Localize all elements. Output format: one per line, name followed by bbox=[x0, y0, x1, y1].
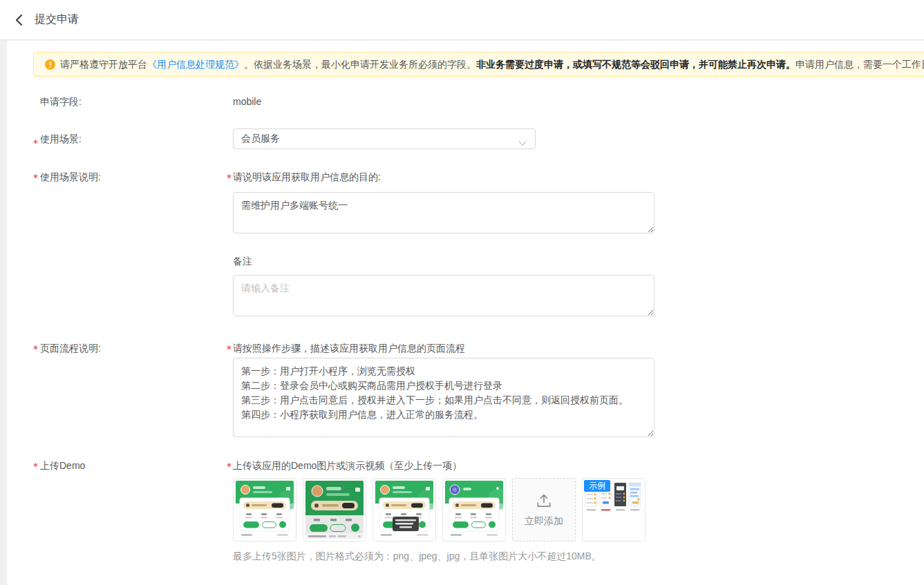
mini-program-screenshot bbox=[445, 481, 503, 539]
upload-demo-label: *上传Demo bbox=[33, 459, 233, 564]
mini-program-screenshot bbox=[375, 481, 433, 539]
warning-icon bbox=[45, 59, 55, 70]
warning-banner: 请严格遵守开放平台《用户信息处理规范》。依据业务场景，最小化申请开发业务所必须的… bbox=[33, 52, 924, 77]
row-upload-demo: *上传Demo *上传该应用的Demo图片或演示视频（至少上传一项） bbox=[33, 459, 924, 564]
demo-thumbnail-3[interactable] bbox=[373, 478, 436, 541]
mini-program-screenshot bbox=[305, 481, 364, 539]
flow-steps-label: *请按照操作步骤，描述该应用获取用户信息的页面流程 bbox=[233, 341, 654, 356]
demo-thumbnail-2[interactable] bbox=[303, 478, 366, 541]
remark-label: 备注 bbox=[233, 254, 654, 269]
chevron-down-icon bbox=[518, 137, 527, 148]
mini-program-screenshot bbox=[236, 481, 294, 539]
back-button[interactable] bbox=[11, 12, 28, 28]
page-title: 提交申请 bbox=[35, 12, 79, 27]
purpose-label: *请说明该应用获取用户信息的目的: bbox=[233, 170, 654, 184]
warning-text-post: 申请用户信息，需要一个工作日左右的审核时间，请耐心等待。 bbox=[795, 59, 924, 70]
page-flow-label: *页面流程说明: bbox=[33, 341, 233, 437]
purpose-textarea[interactable]: 需维护用户多端账号统一 bbox=[233, 192, 654, 233]
scene-select[interactable]: 会员服务 bbox=[233, 128, 536, 149]
demo-thumbnail-4[interactable] bbox=[442, 478, 506, 541]
warning-text-bold: 非业务需要过度申请，或填写不规范等会驳回申请，并可能禁止再次申请。 bbox=[476, 59, 795, 70]
upload-hint: 最多上传5张图片，图片格式必须为：png、jpeg、jpg，且单张图片大小不超过… bbox=[233, 549, 645, 564]
row-usage-scene: *使用场景: 会员服务 bbox=[33, 128, 924, 149]
scene-description-label: *使用场景说明: bbox=[33, 170, 233, 316]
flow-textarea[interactable]: 第一步：用户打开小程序，浏览无需授权 第二步：登录会员中心或购买商品需用户授权手… bbox=[233, 358, 654, 437]
page-flow-controls: *请按照操作步骤，描述该应用获取用户信息的页面流程 第一步：用户打开小程序，浏览… bbox=[233, 341, 654, 437]
example-thumbnail[interactable]: 示例 bbox=[582, 478, 645, 541]
add-demo-button[interactable]: 立即添加 bbox=[512, 478, 576, 541]
chevron-left-icon bbox=[12, 13, 26, 27]
page-header: 提交申请 bbox=[0, 0, 924, 40]
example-badge: 示例 bbox=[584, 480, 610, 492]
upload-demo-controls: *上传该应用的Demo图片或演示视频（至少上传一项） bbox=[233, 459, 645, 564]
add-demo-label: 立即添加 bbox=[525, 515, 563, 528]
scene-description-controls: *请说明该应用获取用户信息的目的: 需维护用户多端账号统一 备注 bbox=[233, 170, 654, 316]
upload-tray-icon bbox=[534, 492, 554, 510]
apply-field-label: 申请字段: bbox=[33, 95, 233, 109]
upload-instruction-label: *上传该应用的Demo图片或演示视频（至少上传一项） bbox=[233, 459, 645, 473]
row-page-flow: *页面流程说明: *请按照操作步骤，描述该应用获取用户信息的页面流程 第一步：用… bbox=[33, 341, 924, 437]
demo-thumbnail-1[interactable] bbox=[233, 478, 296, 541]
warning-text-pre: 请严格遵守开放平台 bbox=[60, 59, 147, 70]
remark-textarea[interactable] bbox=[233, 275, 654, 316]
warning-text-mid: 。依据业务场景，最小化申请开发业务所必须的字段。 bbox=[244, 59, 476, 70]
demo-thumbnails-row: 立即添加 示例 bbox=[233, 478, 645, 541]
scene-select-value: 会员服务 bbox=[241, 133, 280, 145]
application-form: 申请字段: mobile *使用场景: 会员服务 *使用场景说明: *请说明该应… bbox=[33, 95, 924, 564]
usage-scene-label: *使用场景: bbox=[33, 128, 233, 149]
apply-field-value: mobile bbox=[233, 95, 261, 109]
row-apply-field: 申请字段: mobile bbox=[33, 95, 924, 109]
policy-link[interactable]: 《用户信息处理规范》 bbox=[147, 59, 244, 70]
row-scene-description: *使用场景说明: *请说明该应用获取用户信息的目的: 需维护用户多端账号统一 备… bbox=[33, 170, 924, 316]
content-panel: 请严格遵守开放平台《用户信息处理规范》。依据业务场景，最小化申请开发业务所必须的… bbox=[7, 41, 924, 585]
